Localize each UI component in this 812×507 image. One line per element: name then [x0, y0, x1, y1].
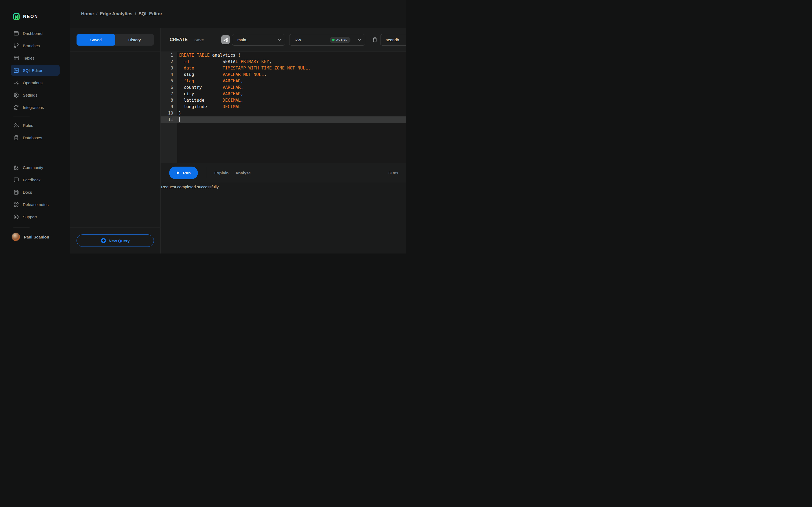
branch-select[interactable]: main...: [232, 34, 285, 46]
sidebar-item-label: Release notes: [23, 202, 49, 207]
save-button[interactable]: Save: [194, 38, 204, 42]
sidebar-item-support[interactable]: Support: [11, 211, 60, 223]
plus-circle-icon: [101, 238, 106, 243]
branch-compute-button[interactable]: [221, 35, 230, 44]
sidebar-divider: [13, 116, 30, 116]
dashboard-icon: [13, 31, 19, 36]
line-number: 9: [161, 104, 177, 110]
code-editor[interactable]: 1CREATE TABLE analytics (2 id SERIAL PRI…: [161, 52, 406, 163]
breadcrumb-item-edge-analytics[interactable]: Edge Analytics: [100, 11, 133, 17]
sidebar-item-tables[interactable]: Tables: [11, 52, 60, 64]
sidebar-item-label: Integrations: [23, 105, 44, 110]
code-line-4[interactable]: 4 slug VARCHAR NOT NULL,: [161, 71, 406, 78]
sidebar-nav-primary: DashboardBranchesTablesSQL EditorOperati…: [0, 27, 70, 113]
sql-editor-icon: [13, 68, 19, 73]
roles-icon: [13, 123, 19, 128]
sidebar-item-operations[interactable]: Operations: [11, 76, 60, 89]
breadcrumb-item-home[interactable]: Home: [81, 11, 94, 17]
branch-icon: [222, 37, 229, 43]
sidebar-item-roles[interactable]: Roles: [11, 119, 60, 131]
sidebar-item-release-notes[interactable]: Release notes: [11, 198, 60, 211]
user-menu[interactable]: Paul Scanlon: [0, 227, 70, 246]
code-text: flag VARCHAR,: [177, 78, 243, 84]
sidebar-nav-tertiary: CommunityFeedbackDocsRelease notesSuppor…: [0, 161, 70, 223]
breadcrumb-separator: /: [135, 11, 136, 17]
line-number: 4: [161, 71, 177, 78]
databases-icon: [13, 135, 19, 140]
database-select[interactable]: neondb: [380, 34, 406, 46]
tab-history[interactable]: History: [115, 34, 154, 46]
compute-select[interactable]: RW ACTIVE: [289, 34, 365, 46]
code-text: date TIMESTAMP WITH TIME ZONE NOT NULL,: [177, 65, 310, 71]
sidebar-item-integrations[interactable]: Integrations: [11, 101, 60, 113]
line-number: 10: [161, 110, 177, 116]
breadcrumb: Home/Edge Analytics/SQL Editor: [81, 11, 162, 17]
queries-tab-switcher: SavedHistory: [77, 34, 154, 46]
sidebar-item-databases[interactable]: Databases: [11, 131, 60, 144]
page-header: Home/Edge Analytics/SQL Editor: [70, 0, 406, 28]
line-number: 3: [161, 65, 177, 71]
sidebar-item-dashboard[interactable]: Dashboard: [11, 27, 60, 40]
breadcrumb-item-sql-editor[interactable]: SQL Editor: [139, 11, 162, 17]
sidebar-item-label: Settings: [23, 93, 37, 97]
new-query-button[interactable]: New Query: [77, 234, 154, 247]
status-badge: ACTIVE: [330, 37, 350, 43]
sidebar-item-label: Support: [23, 215, 37, 219]
code-text: slug VARCHAR NOT NULL,: [177, 71, 267, 78]
sidebar-spacer: [0, 144, 70, 161]
sidebar-item-label: Docs: [23, 190, 32, 194]
sidebar-item-docs[interactable]: Docs: [11, 186, 60, 198]
code-line-8[interactable]: 8 latitude DECIMAL,: [161, 97, 406, 104]
run-button[interactable]: Run: [169, 167, 198, 179]
code-line-7[interactable]: 7 city VARCHAR,: [161, 91, 406, 97]
tables-icon: [13, 55, 19, 61]
branch-select-value: main...: [237, 38, 249, 42]
content-row: SavedHistory New Query: [70, 28, 406, 253]
saved-queries-list[interactable]: [70, 52, 160, 227]
sidebar-item-sql-editor[interactable]: SQL Editor: [11, 65, 60, 76]
code-text: ): [177, 110, 181, 116]
docs-icon: [13, 189, 19, 195]
line-number: 11: [161, 116, 177, 123]
line-number: 5: [161, 78, 177, 84]
sidebar-item-branches[interactable]: Branches: [11, 40, 60, 52]
sidebar-item-settings[interactable]: Settings: [11, 89, 60, 101]
code-line-5[interactable]: 5 flag VARCHAR,: [161, 78, 406, 84]
avatar: [11, 233, 20, 241]
code-line-1[interactable]: 1CREATE TABLE analytics (: [161, 52, 406, 58]
code-text: country VARCHAR,: [177, 84, 243, 91]
code-line-2[interactable]: 2 id SERIAL PRIMARY KEY,: [161, 58, 406, 65]
play-icon: [176, 171, 180, 175]
integrations-icon: [13, 105, 19, 110]
sidebar-item-community[interactable]: Community: [11, 161, 60, 174]
release-notes-icon: [13, 202, 19, 207]
analyze-button[interactable]: Analyze: [236, 171, 251, 175]
code-line-10[interactable]: 10): [161, 110, 406, 116]
app-window: NEON DashboardBranchesTablesSQL EditorOp…: [0, 0, 406, 253]
feedback-icon: [13, 177, 19, 183]
code-text: city VARCHAR,: [177, 91, 243, 97]
breadcrumb-separator: /: [96, 11, 97, 17]
sidebar-item-label: Feedback: [23, 178, 41, 182]
sidebar-item-label: SQL Editor: [23, 68, 42, 73]
code-line-9[interactable]: 9 longitude DECIMAL: [161, 104, 406, 110]
line-number: 2: [161, 58, 177, 65]
results-area: [161, 190, 406, 253]
sidebar-item-feedback[interactable]: Feedback: [11, 174, 60, 186]
code-text: id SERIAL PRIMARY KEY,: [177, 58, 272, 65]
code-line-11[interactable]: 11: [161, 116, 406, 123]
text-cursor: [180, 117, 180, 122]
explain-button[interactable]: Explain: [214, 171, 229, 175]
code-line-3[interactable]: 3 date TIMESTAMP WITH TIME ZONE NOT NULL…: [161, 65, 406, 71]
neon-logo-icon: [13, 13, 20, 21]
tab-saved[interactable]: Saved: [77, 34, 115, 46]
chevron-down-icon: [357, 39, 361, 41]
community-icon: [13, 165, 19, 170]
run-toolbar-divider: [206, 167, 206, 178]
code-text: CREATE TABLE analytics (: [177, 52, 241, 58]
brand-name: NEON: [23, 14, 38, 19]
code-line-6[interactable]: 6 country VARCHAR,: [161, 84, 406, 91]
brand-logo[interactable]: NEON: [0, 0, 70, 27]
chevron-down-icon: [277, 39, 281, 41]
line-number: 1: [161, 52, 177, 58]
